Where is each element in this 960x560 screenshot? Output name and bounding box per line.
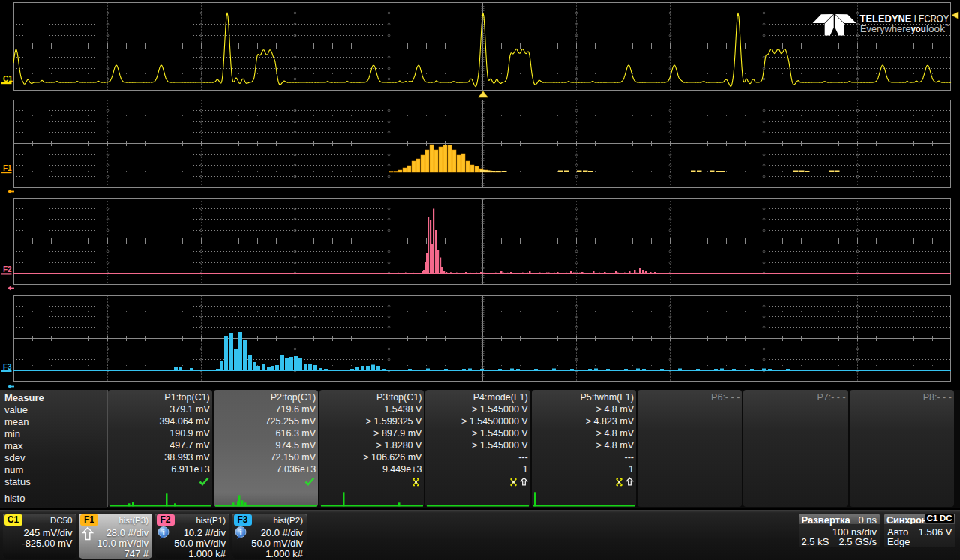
svg-text:F1: F1 <box>3 164 12 172</box>
svg-text:look: look <box>926 23 946 34</box>
svg-text:F3: F3 <box>3 363 12 371</box>
svg-text:™: ™ <box>945 23 950 28</box>
svg-text:F2: F2 <box>3 265 12 274</box>
svg-text:you: you <box>910 23 926 34</box>
svg-text:C1: C1 <box>3 75 13 83</box>
svg-text:Everywhere: Everywhere <box>860 23 911 34</box>
